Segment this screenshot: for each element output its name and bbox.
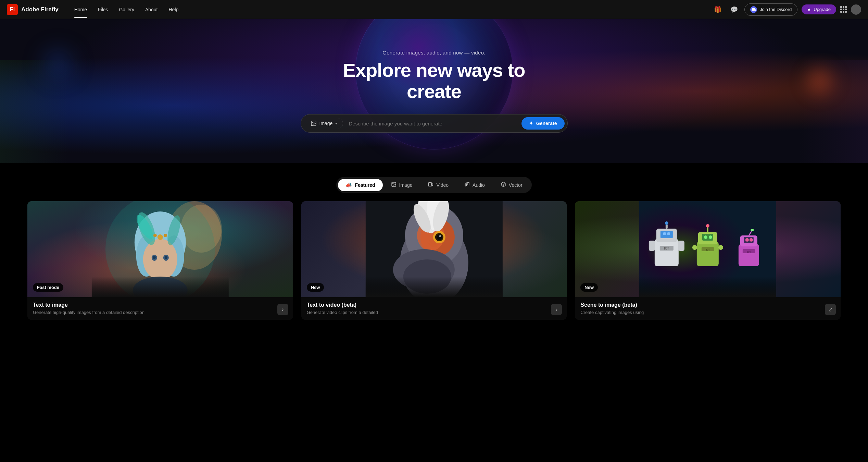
svg-text:BOT: BOT (706, 248, 710, 251)
card-image-2: New (301, 201, 567, 297)
card-badge-1: Fast mode (33, 283, 63, 292)
card-image-1: Fast mode (27, 201, 293, 297)
tab-image[interactable]: Image (383, 179, 420, 191)
hero-tree-left (0, 60, 68, 163)
svg-rect-44 (365, 277, 502, 297)
card-info-3: Scene to image (beta) Create captivating… (575, 297, 841, 320)
svg-rect-28 (92, 277, 229, 297)
card-info-1: Text to image Generate high-quality imag… (27, 297, 293, 320)
vector-icon (501, 182, 506, 188)
svg-point-20 (165, 256, 167, 259)
svg-point-1 (312, 122, 313, 123)
upgrade-button[interactable]: ★ Upgrade (802, 4, 836, 14)
discord-button[interactable]: Join the Discord (744, 3, 797, 16)
nav-help[interactable]: Help (164, 5, 184, 14)
search-input[interactable] (349, 121, 517, 126)
chevron-down-icon: ▾ (335, 121, 337, 126)
image-type-icon (311, 120, 317, 126)
card-text-to-video[interactable]: New Text to video (beta) Generate video … (301, 201, 567, 320)
tab-vector[interactable]: Vector (493, 179, 530, 191)
svg-point-41 (439, 235, 441, 237)
svg-point-26 (164, 234, 167, 237)
gift-icon[interactable]: 🎁 (712, 3, 724, 16)
hero-tree-right (800, 60, 868, 163)
svg-rect-53 (666, 224, 668, 229)
star-icon: ★ (807, 7, 811, 12)
svg-point-19 (153, 256, 156, 259)
svg-rect-46 (655, 239, 679, 266)
card-desc-2: Generate video clips from a detailed (307, 309, 562, 316)
card-arrow-3[interactable]: ⤢ (825, 304, 836, 315)
tab-featured[interactable]: 📣 Featured (338, 179, 382, 191)
svg-rect-57 (697, 242, 719, 266)
svg-point-3 (392, 183, 393, 184)
hero-content: Generate images, audio, and now — video.… (301, 50, 568, 133)
card-text-to-image[interactable]: Fast mode Text to image Generate high-qu… (27, 201, 293, 320)
svg-point-76 (751, 229, 754, 231)
svg-point-65 (706, 224, 709, 228)
generate-button[interactable]: ✦ Generate (521, 117, 565, 130)
svg-point-72 (750, 238, 753, 242)
card-arrow-2[interactable]: › (551, 304, 562, 315)
svg-rect-50 (667, 232, 670, 235)
discord-label: Join the Discord (760, 7, 792, 12)
navbar: Fi Adobe Firefly Home Files Gallery Abou… (0, 0, 868, 19)
video-icon (428, 182, 433, 188)
svg-point-40 (436, 234, 442, 240)
svg-rect-48 (661, 231, 673, 238)
card-scene-to-image[interactable]: BOT (575, 201, 841, 320)
nav-files[interactable]: Files (93, 5, 113, 14)
svg-point-67 (718, 245, 723, 250)
type-label: Image (319, 121, 333, 126)
svg-point-25 (153, 234, 157, 237)
hero-title: Explore new ways to create (314, 60, 554, 102)
svg-rect-77 (639, 277, 776, 297)
cards-section: Fast mode Text to image Generate high-qu… (0, 201, 868, 333)
svg-point-61 (709, 235, 712, 239)
tabs-container: 📣 Featured Image Video (336, 177, 531, 193)
card-desc-1: Generate high-quality images from a deta… (33, 309, 288, 316)
svg-rect-56 (678, 241, 684, 251)
card-desc-3: Create captivating images using (580, 309, 835, 316)
card-arrow-1[interactable]: › (277, 304, 288, 315)
svg-point-66 (692, 245, 697, 250)
card-image-bg-3: BOT (575, 201, 841, 297)
tab-featured-label: Featured (355, 182, 375, 188)
card-image-3: BOT (575, 201, 841, 297)
card-title-3: Scene to image (beta) (580, 302, 835, 308)
logo[interactable]: Fi Adobe Firefly (7, 4, 59, 15)
generate-label: Generate (536, 121, 557, 126)
nav-home[interactable]: Home (70, 5, 92, 14)
svg-point-24 (158, 234, 163, 240)
search-type-selector[interactable]: Image ▾ (306, 118, 343, 129)
tab-video-label: Video (436, 182, 449, 188)
hero-subtitle: Generate images, audio, and now — video. (382, 50, 486, 56)
audio-icon (464, 182, 470, 188)
tab-video[interactable]: Video (420, 179, 456, 191)
svg-point-54 (665, 221, 668, 225)
card-title-2: Text to video (beta) (307, 302, 562, 308)
message-icon[interactable]: 💬 (728, 3, 740, 16)
svg-rect-4 (429, 183, 432, 186)
logo-icon: Fi (7, 4, 18, 15)
svg-point-60 (704, 235, 707, 239)
svg-rect-68 (739, 244, 759, 266)
tab-audio[interactable]: Audio (457, 179, 492, 191)
card-image-bg-1 (27, 201, 293, 297)
tab-vector-label: Vector (509, 182, 523, 188)
generate-sparkle-icon: ✦ (529, 120, 533, 126)
tab-audio-label: Audio (473, 182, 485, 188)
megaphone-icon: 📣 (345, 182, 352, 188)
nav-links: Home Files Gallery About Help (70, 5, 712, 14)
svg-point-71 (745, 238, 749, 242)
avatar[interactable] (851, 4, 861, 15)
nav-gallery[interactable]: Gallery (114, 5, 139, 14)
nav-about[interactable]: About (140, 5, 163, 14)
apps-grid-icon[interactable] (840, 6, 847, 13)
svg-rect-55 (649, 241, 655, 251)
hero-section: Generate images, audio, and now — video.… (0, 19, 868, 163)
upgrade-label: Upgrade (814, 7, 831, 12)
card-badge-3: New (580, 283, 598, 292)
svg-point-16 (143, 239, 177, 280)
tab-image-label: Image (399, 182, 413, 188)
